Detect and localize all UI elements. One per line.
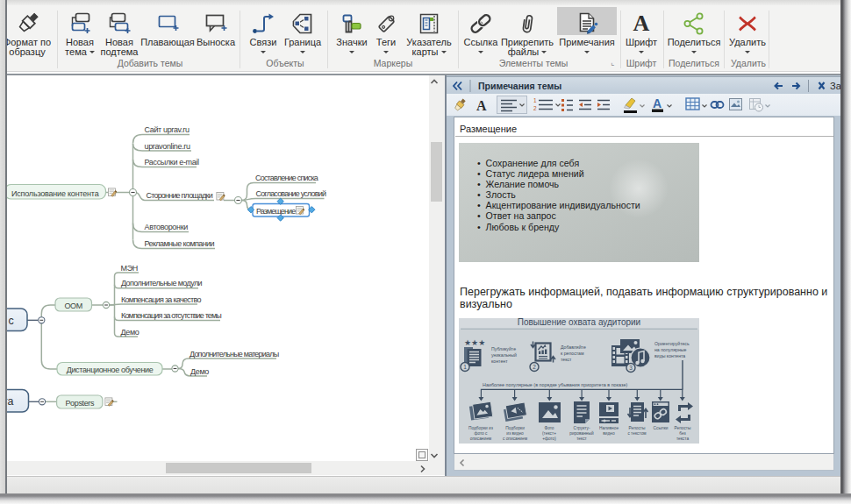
svg-text:Демо: Демо bbox=[121, 328, 139, 337]
svg-text:описанием: описанием bbox=[470, 437, 491, 441]
svg-text:Наиболее популярные (в порядке: Наиболее популярные (в порядке убывания … bbox=[483, 382, 627, 387]
svg-text:★★★: ★★★ bbox=[464, 338, 485, 347]
svg-text:Структу-: Структу- bbox=[573, 426, 590, 430]
svg-text:Автоворонки: Автоворонки bbox=[145, 223, 189, 231]
svg-text:Рекламные компании: Рекламные компании bbox=[145, 239, 215, 248]
svg-text:на популярные: на популярные bbox=[654, 347, 686, 352]
svg-text:Ориентируйтесь: Ориентируйтесь bbox=[654, 341, 690, 346]
svg-text:1: 1 bbox=[463, 364, 467, 370]
svg-text:та: та bbox=[7, 395, 14, 408]
svg-text:(текст+: (текст+ bbox=[542, 431, 556, 436]
svg-text:Дополнительные модули: Дополнительные модули bbox=[121, 279, 203, 287]
svg-text:Согласование условий: Согласование условий bbox=[256, 189, 327, 198]
svg-text:Фото: Фото bbox=[544, 426, 554, 430]
svg-text:Popsters: Popsters bbox=[65, 399, 95, 408]
svg-text:2: 2 bbox=[533, 105, 537, 111]
svg-text:без: без bbox=[679, 431, 686, 436]
svg-text:Ссылки: Ссылки bbox=[654, 426, 669, 430]
svg-text:к репостам: к репостам bbox=[561, 351, 584, 356]
svg-text:виды контента: виды контента bbox=[654, 353, 685, 358]
svg-text:Наливное: Наливное bbox=[599, 426, 619, 430]
svg-text:МЭН: МЭН bbox=[121, 264, 138, 273]
svg-text:Повышение охвата аудитории: Повышение охвата аудитории bbox=[518, 318, 640, 327]
svg-text:с описанием: с описанием bbox=[503, 437, 527, 441]
svg-text:фото с: фото с bbox=[474, 431, 488, 436]
svg-text:Закрыть: Закрыть bbox=[830, 81, 840, 91]
svg-text:Рассылки e-mail: Рассылки e-mail bbox=[145, 158, 199, 167]
svg-text:уникальный: уникальный bbox=[491, 352, 517, 358]
svg-text:Репосты: Репосты bbox=[629, 426, 647, 430]
svg-text:из видео: из видео bbox=[506, 431, 524, 436]
svg-text:upravonline.ru: upravonline.ru bbox=[145, 142, 190, 151]
svg-text:Публикуйте: Публикуйте bbox=[491, 346, 516, 351]
svg-text:Дополнительные материалы: Дополнительные материалы bbox=[190, 350, 279, 358]
svg-text:A: A bbox=[476, 98, 487, 113]
svg-text:Демо: Демо bbox=[190, 367, 209, 376]
svg-text:Добавляйте: Добавляйте bbox=[561, 344, 586, 350]
svg-text:видео: видео bbox=[603, 431, 615, 436]
svg-text:текста: текста bbox=[676, 437, 690, 441]
svg-text:текст: текст bbox=[576, 437, 587, 441]
svg-text:A: A bbox=[653, 96, 661, 110]
svg-text:3: 3 bbox=[629, 365, 633, 371]
svg-text:с текстом: с текстом bbox=[627, 431, 646, 436]
svg-text:с: с bbox=[9, 315, 14, 327]
svg-text:Компенсация за отсутствие темы: Компенсация за отсутствие темы bbox=[121, 311, 221, 320]
svg-text:Размещение: Размещение bbox=[256, 207, 296, 216]
svg-text:рированный: рированный bbox=[569, 430, 594, 436]
svg-text:Дистанционное обучение: Дистанционное обучение bbox=[67, 366, 154, 374]
svg-text:Компенсация за качество: Компенсация за качество bbox=[121, 295, 202, 304]
svg-text:Подборки из: Подборки из bbox=[468, 426, 494, 430]
svg-text:1: 1 bbox=[533, 97, 537, 103]
svg-text:2: 2 bbox=[533, 364, 536, 370]
svg-text:Примечания темы: Примечания темы bbox=[478, 81, 561, 91]
svg-text:Сторонние площадки: Сторонние площадки bbox=[147, 191, 213, 200]
svg-text:+фото): +фото) bbox=[542, 437, 556, 441]
svg-text:текст: текст bbox=[561, 357, 572, 362]
svg-text:Сайт uprav.ru: Сайт uprav.ru bbox=[145, 125, 190, 134]
svg-text:ООМ: ООМ bbox=[64, 302, 82, 310]
svg-text:Составление списка: Составление списка bbox=[255, 174, 318, 182]
svg-text:Подборки: Подборки bbox=[505, 426, 525, 430]
svg-text:A: A bbox=[633, 12, 650, 35]
svg-text:контент: контент bbox=[491, 358, 508, 364]
svg-text:Репосты: Репосты bbox=[675, 426, 692, 430]
svg-text:Использование контента: Использование контента bbox=[11, 189, 99, 198]
